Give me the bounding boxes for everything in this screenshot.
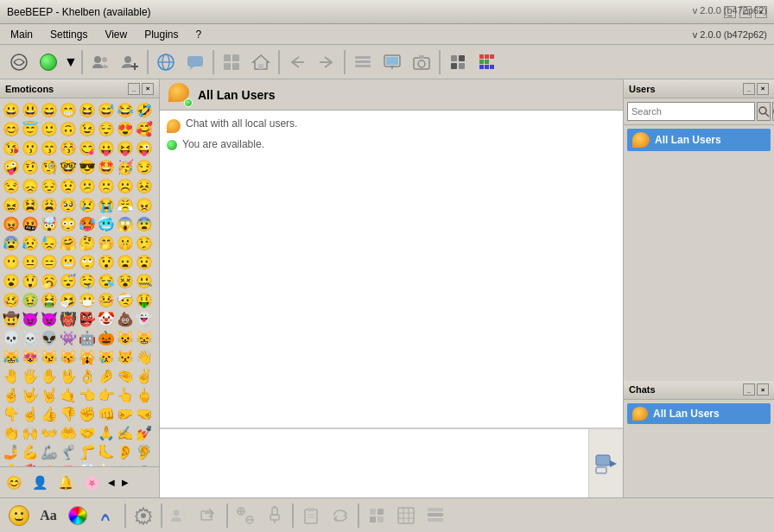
emoticon-cell[interactable]: 👋 — [135, 347, 154, 366]
menu-help[interactable]: ? — [193, 27, 206, 42]
emoticon-cell[interactable]: 🤳 — [2, 442, 21, 461]
status-icon[interactable] — [35, 48, 62, 76]
emoticon-tab-prev[interactable]: ◀ — [105, 471, 117, 495]
emoticon-cell[interactable]: 👇 — [2, 404, 21, 423]
emoticon-cell[interactable]: 😅 — [97, 100, 116, 119]
emoticon-cell[interactable]: 😢 — [78, 195, 97, 214]
emoticon-cell[interactable]: 🦻 — [135, 442, 154, 461]
emoticon-cell[interactable]: ✍️ — [116, 423, 135, 442]
emoticon-cell[interactable]: 😠 — [135, 195, 154, 214]
bottom-color-icon[interactable] — [64, 502, 92, 529]
emoticon-cell[interactable]: 😱 — [116, 214, 135, 233]
emoticon-cell[interactable]: 🦿 — [59, 442, 78, 461]
emoticon-cell[interactable]: 😚 — [59, 138, 78, 157]
emoticon-cell[interactable]: 😔 — [40, 176, 59, 195]
search-input[interactable] — [627, 102, 755, 121]
emoticon-cell[interactable]: ✊ — [78, 404, 97, 423]
emoticon-cell[interactable]: 🤡 — [97, 309, 116, 328]
emoticon-cell[interactable]: 👐 — [40, 423, 59, 442]
emoticon-cell[interactable]: 😗 — [21, 138, 40, 157]
emoticon-tab-next[interactable]: ▶ — [119, 471, 131, 495]
emoticon-cell[interactable]: 🥶 — [97, 214, 116, 233]
bottom-settings-icon[interactable] — [130, 502, 157, 529]
users-minimize-button[interactable]: _ — [743, 83, 755, 95]
tetris-icon[interactable] — [473, 48, 501, 76]
emoticon-cell[interactable]: 😩 — [40, 195, 59, 214]
emoticons-minimize-button[interactable]: _ — [128, 83, 140, 95]
emoticon-cell[interactable]: 😬 — [59, 252, 78, 271]
bottom-grid3-icon[interactable] — [422, 502, 449, 529]
emoticon-cell[interactable]: 🤧 — [59, 290, 78, 309]
emoticon-cell[interactable]: 🤙 — [59, 385, 78, 404]
chats-minimize-button[interactable]: _ — [743, 383, 755, 396]
emoticon-cell[interactable]: ✋ — [40, 366, 59, 385]
emoticon-cell[interactable]: 😿 — [97, 347, 116, 366]
emoticon-cell[interactable]: 🤒 — [97, 290, 116, 309]
emoticon-cell[interactable]: 😽 — [59, 347, 78, 366]
emoticon-cell[interactable]: 😷 — [78, 290, 97, 309]
bottom-font-icon[interactable]: Aa — [35, 502, 62, 529]
emoticon-cell[interactable]: 😶 — [2, 252, 21, 271]
emoticon-cell[interactable]: 💪 — [21, 442, 40, 461]
emoticon-cell[interactable]: 😁 — [59, 100, 78, 119]
emoticon-cell[interactable]: 🥴 — [2, 290, 21, 309]
menu-view[interactable]: View — [101, 27, 130, 42]
emoticon-cell[interactable]: 😵 — [116, 271, 135, 290]
emoticon-tab-people[interactable]: 👤 — [28, 471, 52, 495]
emoticon-cell[interactable]: 😒 — [2, 176, 21, 195]
emoticon-cell[interactable]: 😐 — [21, 252, 40, 271]
emoticon-cell[interactable]: 😻 — [21, 347, 40, 366]
emoticon-cell[interactable]: 🤭 — [97, 233, 116, 252]
emoticon-tab-nature[interactable]: 🌸 — [79, 471, 104, 495]
emoticon-cell[interactable]: 🦵 — [78, 442, 97, 461]
users-icon[interactable] — [86, 48, 114, 76]
emoticon-cell[interactable]: 🤕 — [116, 290, 135, 309]
bottom-plug-icon[interactable] — [261, 502, 289, 529]
emoticon-cell[interactable]: 🙁 — [97, 176, 116, 195]
emoticon-cell[interactable]: 😝 — [116, 138, 135, 157]
emoticon-cell[interactable]: 😫 — [21, 195, 40, 214]
emoticon-cell[interactable]: 😺 — [116, 328, 135, 347]
emoticon-cell[interactable]: 👉 — [97, 385, 116, 404]
emoticon-cell[interactable]: 🤠 — [2, 309, 21, 328]
emoticon-cell[interactable]: 😀 — [2, 100, 21, 119]
bottom-tools-icon[interactable] — [232, 502, 259, 529]
emoticon-cell[interactable]: 😹 — [2, 347, 21, 366]
emoticon-cell[interactable]: 😴 — [59, 271, 78, 290]
emoticon-cell[interactable]: 😳 — [59, 214, 78, 233]
bottom-users-group-icon[interactable] — [166, 502, 194, 529]
bottom-refresh-icon[interactable] — [327, 502, 354, 529]
emoticon-cell[interactable]: 💀 — [2, 328, 21, 347]
emoticon-tab-smiley[interactable]: 😊 — [2, 471, 26, 495]
chat-input[interactable] — [160, 429, 588, 497]
emoticon-cell[interactable]: 😾 — [116, 347, 135, 366]
emoticon-cell[interactable]: 🤐 — [135, 271, 154, 290]
menu-settings[interactable]: Settings — [47, 27, 91, 42]
emoticon-cell[interactable]: 🤯 — [40, 214, 59, 233]
emoticon-cell[interactable]: 👿 — [40, 309, 59, 328]
emoticon-cell[interactable]: 👊 — [97, 404, 116, 423]
emoticon-cell[interactable]: 🤲 — [59, 423, 78, 442]
chat-icon[interactable] — [181, 48, 209, 76]
emoticon-cell[interactable]: 💅 — [135, 423, 154, 442]
emoticon-cell[interactable]: 🥰 — [135, 119, 154, 138]
puzzle-icon[interactable] — [444, 48, 472, 76]
emoticons-close-button[interactable]: × — [142, 83, 154, 95]
emoticon-cell[interactable]: ☹️ — [116, 176, 135, 195]
emoticon-cell[interactable]: 😛 — [97, 138, 116, 157]
emoticon-cell[interactable]: 🙏 — [97, 423, 116, 442]
emoticon-cell[interactable]: 💩 — [116, 309, 135, 328]
bottom-update-icon[interactable] — [363, 502, 390, 529]
emoticon-cell[interactable]: 🤟 — [21, 385, 40, 404]
send-button[interactable] — [593, 450, 620, 478]
emoticon-cell[interactable]: 🤓 — [59, 157, 78, 176]
emoticon-cell[interactable]: 🖐️ — [21, 366, 40, 385]
emoticon-cell[interactable]: 🤩 — [97, 157, 116, 176]
chat-item-all-lan[interactable]: All Lan Users — [627, 403, 771, 424]
bottom-smiley-icon[interactable] — [5, 502, 33, 529]
emoticon-cell[interactable]: 😙 — [40, 138, 59, 157]
emoticon-cell[interactable]: 😤 — [116, 195, 135, 214]
network-icon[interactable] — [5, 48, 33, 76]
emoticon-cell[interactable]: 👺 — [78, 309, 97, 328]
emoticon-cell[interactable]: 😯 — [97, 252, 116, 271]
